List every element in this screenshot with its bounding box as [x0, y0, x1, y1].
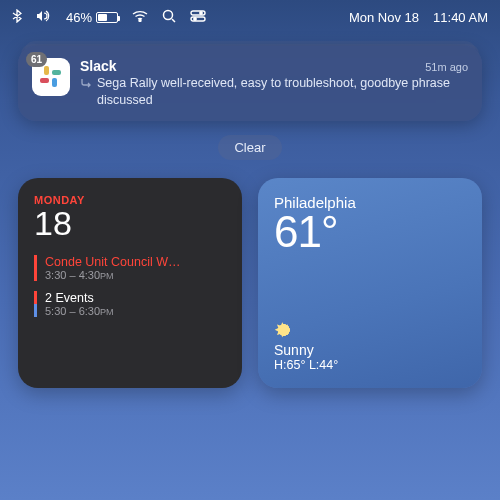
menubar-date[interactable]: Mon Nov 18 — [349, 10, 419, 25]
battery-pct: 46% — [66, 10, 92, 25]
menubar-time[interactable]: 11:40 AM — [433, 10, 488, 25]
thread-reply-icon — [80, 77, 92, 109]
slack-logo-icon — [40, 66, 62, 88]
wifi-icon[interactable] — [132, 10, 148, 25]
notification-badge: 61 — [26, 52, 47, 67]
sunny-icon — [274, 320, 294, 340]
notification-age: 51m ago — [425, 61, 468, 73]
notification-app-name: Slack — [80, 58, 117, 74]
svg-point-0 — [139, 19, 141, 21]
calendar-widget[interactable]: MONDAY 18 Conde Unit Council W… 3:30 – 4… — [18, 178, 242, 388]
control-center-icon[interactable] — [190, 10, 206, 25]
weather-widget[interactable]: Philadelphia 61° Sunny H:65° L:44° — [258, 178, 482, 388]
weather-high-low: H:65° L:44° — [274, 358, 338, 372]
menu-bar: 46% Mon Nov 18 11:40 AM — [0, 0, 500, 34]
calendar-event: Conde Unit Council W… 3:30 – 4:30PM — [34, 255, 226, 281]
notification-message: Sega Rally well-received, easy to troubl… — [97, 75, 468, 109]
svg-point-1 — [164, 10, 173, 19]
search-icon[interactable] — [162, 9, 176, 26]
weather-condition: Sunny — [274, 342, 338, 358]
event-group-title: 2 Events — [45, 291, 226, 305]
event-time: 3:30 – 4:30PM — [45, 269, 226, 281]
battery-icon — [96, 12, 118, 23]
clear-button[interactable]: Clear — [218, 135, 281, 160]
notification-center: 61 Slack 51m ago Sega Rally well-receive… — [0, 34, 500, 160]
calendar-event-group: 2 Events 5:30 – 6:30PM — [34, 291, 226, 317]
weather-temperature: 61° — [274, 207, 466, 257]
slack-app-icon: 61 — [32, 58, 70, 96]
notification-stack[interactable]: 61 Slack 51m ago Sega Rally well-receive… — [18, 46, 482, 121]
event-title: Conde Unit Council W… — [45, 255, 226, 269]
battery-status[interactable]: 46% — [66, 10, 118, 25]
widget-grid: MONDAY 18 Conde Unit Council W… 3:30 – 4… — [0, 160, 500, 388]
notification-card[interactable]: 61 Slack 51m ago Sega Rally well-receive… — [18, 46, 482, 121]
event-time: 5:30 – 6:30PM — [45, 305, 226, 317]
svg-point-5 — [194, 17, 196, 19]
bluetooth-icon[interactable] — [12, 9, 22, 26]
svg-point-3 — [200, 11, 202, 13]
calendar-day-number: 18 — [34, 204, 226, 243]
volume-icon[interactable] — [36, 10, 52, 25]
